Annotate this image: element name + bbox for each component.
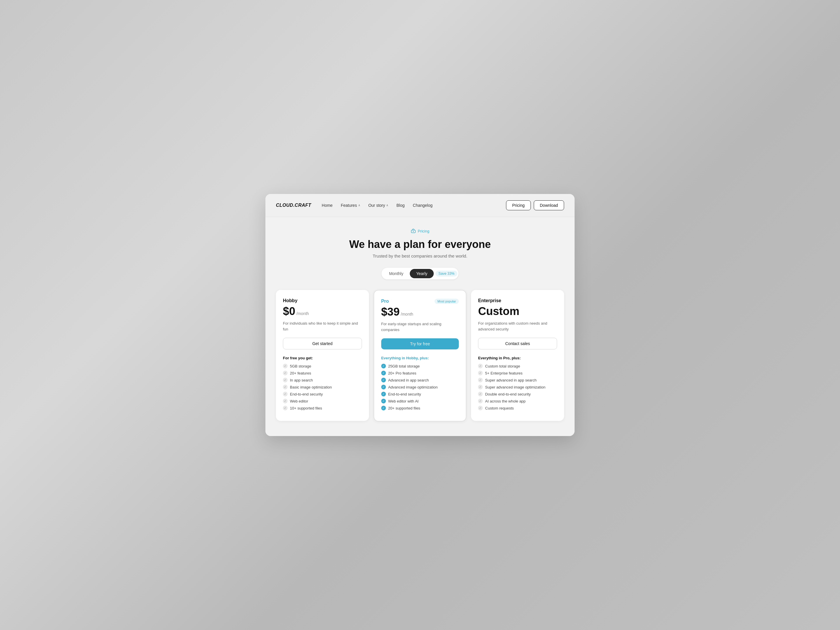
check-icon: ✓ — [283, 364, 287, 368]
list-item: ✓ In app search — [283, 378, 362, 382]
pro-plan-row: Pro Most popular — [381, 298, 459, 304]
check-icon: ✓ — [478, 399, 483, 403]
page-container: CLOUD.CRAFT Home Features ∧ Our story ∧ … — [265, 194, 575, 436]
hobby-plan-name: Hobby — [283, 298, 297, 303]
enterprise-price-amount: Custom — [478, 305, 519, 317]
list-item: ✓ Super advanced in app search — [478, 378, 557, 382]
check-icon: ✓ — [478, 406, 483, 411]
list-item: ✓ 10+ supported files — [283, 406, 362, 411]
check-icon: ✓ — [381, 392, 386, 396]
check-icon: ✓ — [283, 385, 287, 389]
enterprise-card-header: Enterprise Custom For organizations with… — [478, 298, 557, 332]
save-badge: Save 33% — [436, 271, 457, 276]
most-popular-badge: Most popular — [434, 298, 459, 304]
pro-cta-button[interactable]: Try for free — [381, 338, 459, 349]
nav-features[interactable]: Features ∧ — [341, 203, 360, 208]
check-icon: ✓ — [478, 378, 483, 382]
list-item: ✓ Advanced in app search — [381, 378, 459, 382]
nav-blog[interactable]: Blog — [396, 203, 404, 208]
svg-point-1 — [413, 231, 414, 232]
nav-links: Home Features ∧ Our story ∧ Blog Changel… — [322, 203, 506, 208]
hero-subtitle: Trusted by the best companies around the… — [276, 253, 564, 258]
billing-toggle: Monthly Yearly Save 33% — [276, 268, 564, 279]
check-icon: ✓ — [283, 371, 287, 375]
nav-actions: Pricing Download — [506, 201, 564, 210]
list-item: ✓ Double end-to-end security — [478, 392, 557, 396]
enterprise-cta-button[interactable]: Contact sales — [478, 338, 557, 349]
nav-home[interactable]: Home — [322, 203, 333, 208]
hobby-card-header: Hobby $0 /month For individuals who like… — [283, 298, 362, 332]
hobby-cta-button[interactable]: Get started — [283, 338, 362, 349]
brand-logo: CLOUD.CRAFT — [276, 203, 311, 208]
hero-section: Pricing We have a plan for everyone Trus… — [276, 229, 564, 258]
enterprise-plan-row: Enterprise — [478, 298, 557, 303]
list-item: ✓ Custom total storage — [478, 364, 557, 368]
list-item: ✓ End-to-end security — [283, 392, 362, 396]
check-icon: ✓ — [381, 399, 386, 403]
pro-plan-name: Pro — [381, 298, 389, 304]
hobby-features-label: For free you get: — [283, 356, 362, 360]
check-icon: ✓ — [381, 378, 386, 382]
check-icon: ✓ — [478, 371, 483, 375]
list-item: ✓ Web editor — [283, 399, 362, 403]
list-item: ✓ Custom requests — [478, 406, 557, 411]
pricing-cards: Hobby $0 /month For individuals who like… — [276, 290, 564, 422]
list-item: ✓ 20+ Pro features — [381, 371, 459, 375]
check-icon: ✓ — [283, 406, 287, 411]
pricing-badge: Pricing — [411, 229, 429, 234]
chevron-icon: ∧ — [386, 204, 388, 207]
chevron-icon: ∧ — [358, 204, 360, 207]
list-item: ✓ Basic image optimization — [283, 385, 362, 389]
navbar: CLOUD.CRAFT Home Features ∧ Our story ∧ … — [265, 194, 575, 217]
check-icon: ✓ — [283, 378, 287, 382]
main-content: Pricing We have a plan for everyone Trus… — [265, 217, 575, 436]
nav-our-story[interactable]: Our story ∧ — [368, 203, 388, 208]
list-item: ✓ 5+ Enterprise features — [478, 371, 557, 375]
hobby-description: For individuals who like to keep it simp… — [283, 321, 362, 332]
check-icon: ✓ — [283, 399, 287, 403]
toggle-container: Monthly Yearly Save 33% — [382, 268, 458, 279]
list-item: ✓ AI across the whole app — [478, 399, 557, 403]
pro-features-label: Everything in Hobby, plus: — [381, 356, 459, 360]
pro-price-amount: $39 — [381, 306, 399, 318]
yearly-toggle[interactable]: Yearly — [410, 269, 434, 278]
check-icon: ✓ — [381, 371, 386, 375]
list-item: ✓ Web editor with AI — [381, 399, 459, 403]
check-icon: ✓ — [478, 364, 483, 368]
pro-price: $39 /month — [381, 306, 459, 318]
hobby-plan-row: Hobby — [283, 298, 362, 303]
pro-description: For early-stage startups and scaling com… — [381, 321, 459, 333]
hobby-card: Hobby $0 /month For individuals who like… — [276, 290, 369, 421]
pro-price-period: /month — [401, 312, 413, 316]
check-icon: ✓ — [381, 406, 386, 411]
check-icon: ✓ — [381, 364, 386, 368]
enterprise-card: Enterprise Custom For organizations with… — [471, 290, 564, 421]
enterprise-features-label: Everything in Pro, plus: — [478, 356, 557, 360]
list-item: ✓ End-to-end security — [381, 392, 459, 396]
monthly-toggle[interactable]: Monthly — [383, 269, 410, 278]
check-icon: ✓ — [381, 385, 386, 389]
hobby-price-amount: $0 — [283, 305, 295, 317]
pro-card-header: Pro Most popular $39 /month For early-st… — [381, 298, 459, 333]
nav-changelog[interactable]: Changelog — [413, 203, 433, 208]
list-item: ✓ Super advanced image optimization — [478, 385, 557, 389]
list-item: ✓ 20+ features — [283, 371, 362, 375]
list-item: ✓ 20+ supported files — [381, 406, 459, 411]
check-icon: ✓ — [478, 392, 483, 396]
pro-card: Pro Most popular $39 /month For early-st… — [374, 290, 467, 422]
pricing-icon — [411, 229, 416, 234]
check-icon: ✓ — [478, 385, 483, 389]
enterprise-plan-name: Enterprise — [478, 298, 501, 303]
hobby-price: $0 /month — [283, 305, 362, 317]
hero-title: We have a plan for everyone — [276, 238, 564, 251]
enterprise-price: Custom — [478, 305, 557, 317]
nav-download-button[interactable]: Download — [534, 201, 564, 210]
hobby-price-period: /month — [296, 311, 309, 316]
nav-pricing-button[interactable]: Pricing — [506, 201, 531, 210]
enterprise-description: For organizations with custom needs and … — [478, 321, 557, 332]
check-icon: ✓ — [283, 392, 287, 396]
list-item: ✓ 5GB storage — [283, 364, 362, 368]
list-item: ✓ Advanced image optimization — [381, 385, 459, 389]
list-item: ✓ 25GB total storage — [381, 364, 459, 368]
